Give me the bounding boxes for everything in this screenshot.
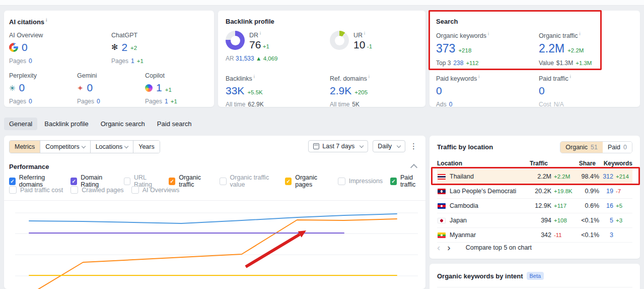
col-keywords[interactable]: Keywords [596,160,632,167]
locations-filter-button[interactable]: Locations [90,141,133,153]
url-rating-stat: UR 10 -1 [330,31,372,51]
col-share[interactable]: Share [574,160,596,167]
info-icon[interactable] [478,74,479,82]
info-icon[interactable] [364,31,365,39]
location-row-laos[interactable]: Lao People's Democratic Reput 20.2K +19.… [437,184,632,199]
next-page-icon[interactable]: › [447,243,450,252]
toggle-organic[interactable]: Organic51 [560,142,603,153]
info-icon[interactable] [46,18,47,26]
search-title: Search [436,18,458,25]
col-traffic[interactable]: Traffic [513,160,548,167]
perplexity-value[interactable]: 0 [19,82,25,94]
checkbox-box [9,186,17,194]
pages-value[interactable]: 1 [165,98,168,105]
value-label: Value [539,60,554,67]
location-row-japan[interactable]: Japan 394 +108 <0.1% 5 +3 [437,213,632,228]
tab-backlink-profile[interactable]: Backlink profile [39,118,93,130]
japan-flag-icon [438,218,446,223]
paid-traffic-label: Paid traffic [539,75,568,82]
col-location[interactable]: Location [437,160,513,167]
competitors-filter-button[interactable]: Competitors [40,141,90,153]
checkbox-impressions[interactable]: Impressions [338,178,383,185]
ur-value[interactable]: 10 [353,39,365,50]
chevron-down-icon [81,144,85,148]
checkbox-box [390,178,397,185]
paid-keywords-value[interactable]: 0 [436,85,442,97]
checkbox-box [124,178,130,185]
checkbox-box [70,186,78,194]
checkbox-organic-traffic-value[interactable]: Organic traffic value [220,174,277,188]
ref-domains-stat: Ref. domains 2.9K+205 All time5K [330,74,370,108]
organic-traffic-value[interactable]: 2.2M [539,42,564,55]
pages-label: Pages [9,57,26,65]
kebab-menu-icon[interactable]: ⋮ [410,142,417,151]
top3-label: Top 3 [436,60,451,67]
myanmar-flag-icon [438,233,446,238]
info-icon[interactable] [369,74,370,82]
checkbox-crawled-pages[interactable]: Crawled pages [70,186,123,194]
metrics-filter-button[interactable]: Metrics [10,141,40,153]
location-row-thailand[interactable]: Thailand 2.2M +2.2M 98.4% 312 +214 [437,169,632,184]
dr-delta: +1 [263,43,269,49]
value-delta: +1.3M [576,60,592,66]
paid-traffic-value[interactable]: 0 [539,85,545,97]
tab-paid-search[interactable]: Paid search [152,118,197,130]
ar-value[interactable]: 31,533 [236,55,254,62]
ads-label: Ads [436,101,447,108]
info-icon[interactable] [488,31,489,39]
location-row-cambodia[interactable]: Cambodia 12.9K +117 0.6% 16 +5 [437,199,632,213]
ai-overview-label: AI Overview [9,32,43,39]
pages-value[interactable]: 0 [29,98,32,105]
backlinks-value[interactable]: 33K [226,85,244,97]
info-icon[interactable] [260,31,261,39]
tab-general[interactable]: General [4,118,37,130]
performance-title: Performance [9,163,49,170]
chatgpt-value[interactable]: 2 [121,41,127,53]
ads-value[interactable]: 0 [449,101,453,108]
chevron-down-icon [124,144,128,148]
toggle-paid[interactable]: Paid0 [603,142,632,153]
date-range-button[interactable]: Last 7 days [308,140,368,152]
ur-label: UR [353,32,363,39]
pages-value[interactable]: 0 [97,98,100,105]
prev-page-icon[interactable]: ‹ [437,243,440,252]
organic-keywords-value[interactable]: 373 [436,42,455,55]
collapse-section-icon[interactable] [410,164,417,171]
info-icon[interactable] [570,74,571,82]
ref-domains-delta: +205 [354,89,368,95]
pages-value[interactable]: 0 [29,57,32,65]
organic-traffic-delta: +2.2M [567,47,584,53]
info-icon[interactable] [580,31,581,39]
perplexity-stat: Perplexity ✳0 Pages0 [9,72,37,105]
years-filter-button[interactable]: Years [133,141,160,153]
ref-domains-value[interactable]: 2.9K [330,85,351,97]
compare-top5-link[interactable]: Compare top 5 on chart [466,244,532,251]
granularity-button[interactable]: Daily [373,140,405,152]
checkbox-box [338,178,345,185]
top3-value[interactable]: 238 [453,60,463,67]
checkbox-box [9,178,16,185]
domain-rating-stat: DR 76 +1 [226,31,269,51]
alltime-value: 5K [352,101,360,108]
performance-chart[interactable] [4,200,425,289]
checkbox-paid-traffic-cost[interactable]: Paid traffic cost [9,186,63,194]
checkbox-ai-overviews[interactable]: AI Overviews [131,186,180,194]
pages-value[interactable]: 1 [131,57,134,65]
info-icon[interactable] [254,74,255,82]
location-row-myanmar[interactable]: Myanmar 342 -11 <0.1% 3 [437,228,632,243]
pages-label: Pages [9,98,26,105]
checkbox-organic-pages[interactable]: Organic pages [285,174,330,188]
dr-value[interactable]: 76 [249,39,261,50]
value-value: $1.3M [556,60,573,67]
ai-overview-value[interactable]: 0 [22,41,28,53]
gemini-value[interactable]: 0 [87,82,93,94]
tab-organic-search[interactable]: Organic search [96,118,150,130]
alltime-label: All time [330,101,349,108]
copilot-value[interactable]: 1 [156,82,162,94]
keywords-by-intent-title: Organic keywords by intent [437,272,523,280]
perplexity-icon: ✳ [9,84,16,92]
chatgpt-stat: ChatGPT ✻2+2 Pages1+1 [111,32,144,65]
checkbox-paid-traffic[interactable]: Paid traffic [390,174,425,188]
cambodia-flag-icon [438,203,446,209]
organic-keywords-stat: Organic keywords 373+218 Top 3238+112 [436,31,489,67]
